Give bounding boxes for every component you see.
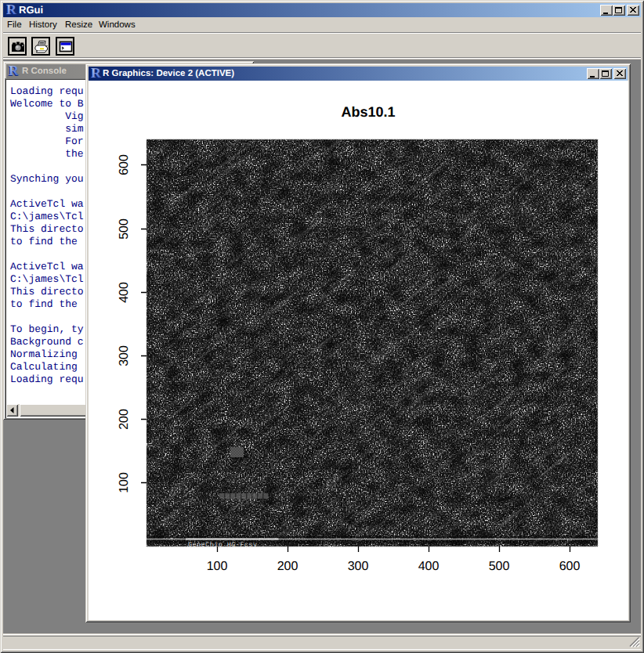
svg-text:500: 500: [118, 218, 131, 240]
svg-text:100: 100: [207, 560, 228, 573]
svg-text:R: R: [91, 67, 102, 80]
svg-text:R: R: [9, 65, 20, 78]
svg-text:GeneChip HG-Fcsv: GeneChip HG-Fcsv: [188, 541, 257, 549]
svg-text:600: 600: [559, 560, 581, 573]
svg-text:200: 200: [277, 560, 298, 573]
svg-text:Abs10.1: Abs10.1: [341, 104, 395, 120]
svg-text:400: 400: [418, 560, 440, 573]
svg-text:300: 300: [118, 345, 131, 366]
svg-text:500: 500: [489, 560, 510, 573]
svg-text:400: 400: [118, 282, 131, 303]
svg-text:R: R: [6, 4, 17, 16]
svg-text:100: 100: [118, 472, 131, 493]
svg-text:300: 300: [348, 560, 369, 573]
svg-text:200: 200: [118, 409, 131, 430]
svg-text:600: 600: [118, 154, 131, 175]
